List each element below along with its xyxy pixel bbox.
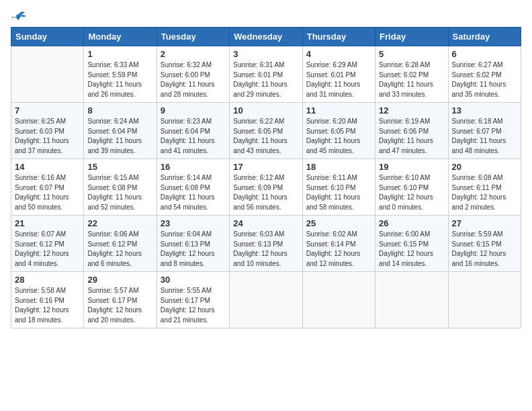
day-number: 12 bbox=[379, 105, 444, 116]
day-info: Sunrise: 6:28 AMSunset: 6:02 PMDaylight:… bbox=[379, 60, 444, 99]
calendar-cell bbox=[230, 272, 302, 328]
calendar-cell: 15Sunrise: 6:15 AMSunset: 6:08 PMDayligh… bbox=[84, 159, 157, 216]
day-number: 17 bbox=[233, 162, 298, 172]
day-number: 4 bbox=[306, 49, 371, 59]
day-info: Sunrise: 5:57 AMSunset: 6:17 PMDaylight:… bbox=[87, 286, 152, 325]
calendar-cell bbox=[448, 272, 521, 328]
day-number: 28 bbox=[15, 275, 80, 285]
day-number: 15 bbox=[87, 162, 152, 172]
day-number: 3 bbox=[233, 49, 298, 59]
calendar-cell: 17Sunrise: 6:12 AMSunset: 6:09 PMDayligh… bbox=[230, 159, 302, 216]
day-info: Sunrise: 6:18 AMSunset: 6:07 PMDaylight:… bbox=[452, 117, 517, 156]
day-number: 16 bbox=[161, 162, 226, 172]
calendar-cell: 29Sunrise: 5:57 AMSunset: 6:17 PMDayligh… bbox=[84, 272, 157, 328]
calendar-cell: 21Sunrise: 6:07 AMSunset: 6:12 PMDayligh… bbox=[11, 216, 84, 272]
calendar-header-row: SundayMondayTuesdayWednesdayThursdayFrid… bbox=[11, 28, 521, 46]
day-info: Sunrise: 6:20 AMSunset: 6:05 PMDaylight:… bbox=[306, 117, 371, 156]
calendar-header-thursday: Thursday bbox=[302, 28, 375, 46]
day-info: Sunrise: 6:14 AMSunset: 6:08 PMDaylight:… bbox=[161, 173, 226, 212]
calendar-cell: 22Sunrise: 6:06 AMSunset: 6:12 PMDayligh… bbox=[84, 216, 157, 272]
day-info: Sunrise: 6:07 AMSunset: 6:12 PMDaylight:… bbox=[15, 230, 80, 269]
calendar-cell: 26Sunrise: 6:00 AMSunset: 6:15 PMDayligh… bbox=[375, 216, 448, 272]
calendar-header-sunday: Sunday bbox=[11, 28, 84, 46]
calendar-cell: 25Sunrise: 6:02 AMSunset: 6:14 PMDayligh… bbox=[302, 216, 375, 272]
logo bbox=[11, 13, 26, 21]
day-number: 11 bbox=[306, 105, 371, 116]
day-info: Sunrise: 6:12 AMSunset: 6:09 PMDaylight:… bbox=[233, 173, 298, 212]
calendar-cell: 30Sunrise: 5:55 AMSunset: 6:17 PMDayligh… bbox=[157, 272, 229, 328]
day-info: Sunrise: 6:10 AMSunset: 6:10 PMDaylight:… bbox=[379, 173, 444, 212]
day-number: 5 bbox=[379, 49, 444, 59]
day-number: 6 bbox=[452, 49, 517, 59]
calendar-header-monday: Monday bbox=[84, 28, 157, 46]
day-number: 13 bbox=[452, 105, 517, 116]
day-number: 10 bbox=[233, 105, 298, 116]
calendar-cell bbox=[302, 272, 375, 328]
day-number: 9 bbox=[161, 105, 226, 116]
calendar-cell: 7Sunrise: 6:25 AMSunset: 6:03 PMDaylight… bbox=[11, 103, 84, 159]
calendar-cell bbox=[375, 272, 448, 328]
calendar-cell: 27Sunrise: 5:59 AMSunset: 6:15 PMDayligh… bbox=[448, 216, 521, 272]
day-info: Sunrise: 6:32 AMSunset: 6:00 PMDaylight:… bbox=[161, 60, 226, 99]
calendar-cell: 28Sunrise: 5:58 AMSunset: 6:16 PMDayligh… bbox=[11, 272, 84, 328]
day-number: 18 bbox=[306, 162, 371, 172]
calendar-cell: 11Sunrise: 6:20 AMSunset: 6:05 PMDayligh… bbox=[302, 103, 375, 159]
calendar-header-wednesday: Wednesday bbox=[230, 28, 302, 46]
calendar-cell bbox=[11, 46, 84, 103]
calendar-table: SundayMondayTuesdayWednesdayThursdayFrid… bbox=[11, 27, 521, 328]
day-info: Sunrise: 5:58 AMSunset: 6:16 PMDaylight:… bbox=[15, 286, 80, 325]
day-number: 27 bbox=[452, 218, 517, 228]
calendar-row: 7Sunrise: 6:25 AMSunset: 6:03 PMDaylight… bbox=[11, 103, 521, 159]
day-number: 7 bbox=[15, 105, 80, 116]
calendar-row: 21Sunrise: 6:07 AMSunset: 6:12 PMDayligh… bbox=[11, 216, 521, 272]
calendar-cell: 12Sunrise: 6:19 AMSunset: 6:06 PMDayligh… bbox=[375, 103, 448, 159]
calendar-cell: 5Sunrise: 6:28 AMSunset: 6:02 PMDaylight… bbox=[375, 46, 448, 103]
day-info: Sunrise: 6:11 AMSunset: 6:10 PMDaylight:… bbox=[306, 173, 371, 212]
calendar-cell: 16Sunrise: 6:14 AMSunset: 6:08 PMDayligh… bbox=[157, 159, 229, 216]
day-info: Sunrise: 6:00 AMSunset: 6:15 PMDaylight:… bbox=[379, 230, 444, 269]
day-number: 8 bbox=[87, 105, 152, 116]
calendar-row: 28Sunrise: 5:58 AMSunset: 6:16 PMDayligh… bbox=[11, 272, 521, 328]
calendar-cell: 1Sunrise: 6:33 AMSunset: 5:59 PMDaylight… bbox=[84, 46, 157, 103]
day-number: 2 bbox=[161, 49, 226, 59]
day-number: 29 bbox=[87, 275, 152, 285]
day-info: Sunrise: 6:06 AMSunset: 6:12 PMDaylight:… bbox=[87, 230, 152, 269]
day-info: Sunrise: 5:55 AMSunset: 6:17 PMDaylight:… bbox=[161, 286, 226, 325]
calendar-cell: 14Sunrise: 6:16 AMSunset: 6:07 PMDayligh… bbox=[11, 159, 84, 216]
day-info: Sunrise: 6:31 AMSunset: 6:01 PMDaylight:… bbox=[233, 60, 298, 99]
calendar-cell: 3Sunrise: 6:31 AMSunset: 6:01 PMDaylight… bbox=[230, 46, 302, 103]
day-number: 30 bbox=[161, 275, 226, 285]
calendar-cell: 20Sunrise: 6:08 AMSunset: 6:11 PMDayligh… bbox=[448, 159, 521, 216]
day-number: 26 bbox=[379, 218, 444, 228]
day-info: Sunrise: 6:04 AMSunset: 6:13 PMDaylight:… bbox=[161, 230, 226, 269]
calendar-cell: 23Sunrise: 6:04 AMSunset: 6:13 PMDayligh… bbox=[157, 216, 229, 272]
day-number: 24 bbox=[233, 218, 298, 228]
day-info: Sunrise: 6:19 AMSunset: 6:06 PMDaylight:… bbox=[379, 117, 444, 156]
day-info: Sunrise: 6:27 AMSunset: 6:02 PMDaylight:… bbox=[452, 60, 517, 99]
day-info: Sunrise: 6:16 AMSunset: 6:07 PMDaylight:… bbox=[15, 173, 80, 212]
calendar-row: 14Sunrise: 6:16 AMSunset: 6:07 PMDayligh… bbox=[11, 159, 521, 216]
day-info: Sunrise: 6:08 AMSunset: 6:11 PMDaylight:… bbox=[452, 173, 517, 212]
day-number: 22 bbox=[87, 218, 152, 228]
day-info: Sunrise: 5:59 AMSunset: 6:15 PMDaylight:… bbox=[452, 230, 517, 269]
day-info: Sunrise: 6:03 AMSunset: 6:13 PMDaylight:… bbox=[233, 230, 298, 269]
day-number: 1 bbox=[87, 49, 152, 59]
day-info: Sunrise: 6:02 AMSunset: 6:14 PMDaylight:… bbox=[306, 230, 371, 269]
day-info: Sunrise: 6:22 AMSunset: 6:05 PMDaylight:… bbox=[233, 117, 298, 156]
day-info: Sunrise: 6:15 AMSunset: 6:08 PMDaylight:… bbox=[87, 173, 152, 212]
calendar-cell: 13Sunrise: 6:18 AMSunset: 6:07 PMDayligh… bbox=[448, 103, 521, 159]
calendar-header-friday: Friday bbox=[375, 28, 448, 46]
day-info: Sunrise: 6:23 AMSunset: 6:04 PMDaylight:… bbox=[161, 117, 226, 156]
calendar-cell: 24Sunrise: 6:03 AMSunset: 6:13 PMDayligh… bbox=[230, 216, 302, 272]
calendar-header-saturday: Saturday bbox=[448, 28, 521, 46]
page-header bbox=[11, 11, 521, 21]
day-number: 23 bbox=[161, 218, 226, 228]
day-info: Sunrise: 6:29 AMSunset: 6:01 PMDaylight:… bbox=[306, 60, 371, 99]
calendar-cell: 4Sunrise: 6:29 AMSunset: 6:01 PMDaylight… bbox=[302, 46, 375, 103]
day-number: 21 bbox=[15, 218, 80, 228]
calendar-cell: 8Sunrise: 6:24 AMSunset: 6:04 PMDaylight… bbox=[84, 103, 157, 159]
day-number: 19 bbox=[379, 162, 444, 172]
calendar-cell: 10Sunrise: 6:22 AMSunset: 6:05 PMDayligh… bbox=[230, 103, 302, 159]
day-info: Sunrise: 6:25 AMSunset: 6:03 PMDaylight:… bbox=[15, 117, 80, 156]
day-info: Sunrise: 6:24 AMSunset: 6:04 PMDaylight:… bbox=[87, 117, 152, 156]
